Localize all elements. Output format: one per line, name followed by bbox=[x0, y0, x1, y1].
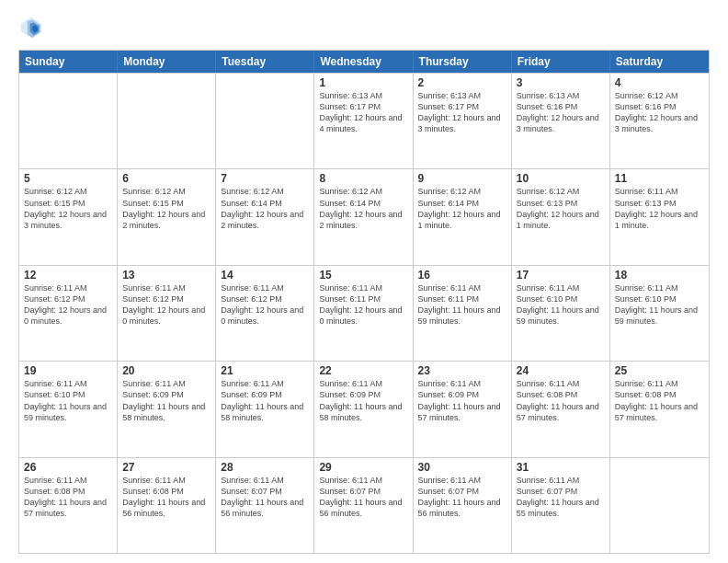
day-info: Sunrise: 6:11 AM Sunset: 6:07 PM Dayligh… bbox=[517, 475, 605, 520]
day-info: Sunrise: 6:11 AM Sunset: 6:07 PM Dayligh… bbox=[319, 475, 407, 520]
day-info: Sunrise: 6:11 AM Sunset: 6:09 PM Dayligh… bbox=[319, 378, 407, 423]
day-number: 4 bbox=[615, 76, 704, 89]
day-number: 2 bbox=[418, 76, 506, 89]
day-info: Sunrise: 6:13 AM Sunset: 6:16 PM Dayligh… bbox=[517, 90, 605, 135]
calendar-header: SundayMondayTuesdayWednesdayThursdayFrid… bbox=[19, 51, 709, 73]
day-info: Sunrise: 6:11 AM Sunset: 6:11 PM Dayligh… bbox=[319, 282, 407, 327]
day-number: 28 bbox=[221, 461, 309, 474]
day-number: 11 bbox=[615, 172, 704, 185]
header-day-friday: Friday bbox=[512, 51, 610, 73]
day-info: Sunrise: 6:11 AM Sunset: 6:09 PM Dayligh… bbox=[221, 378, 309, 423]
day-info: Sunrise: 6:13 AM Sunset: 6:17 PM Dayligh… bbox=[418, 90, 506, 135]
day-info: Sunrise: 6:13 AM Sunset: 6:17 PM Dayligh… bbox=[319, 90, 407, 135]
calendar-cell-4: 4Sunrise: 6:12 AM Sunset: 6:16 PM Daylig… bbox=[610, 74, 709, 168]
day-number: 26 bbox=[24, 461, 112, 474]
day-number: 23 bbox=[418, 364, 506, 377]
day-info: Sunrise: 6:11 AM Sunset: 6:08 PM Dayligh… bbox=[122, 475, 210, 520]
day-number: 18 bbox=[615, 269, 704, 282]
day-info: Sunrise: 6:11 AM Sunset: 6:08 PM Dayligh… bbox=[615, 378, 704, 423]
calendar-cell-28: 28Sunrise: 6:11 AM Sunset: 6:07 PM Dayli… bbox=[216, 458, 314, 553]
day-info: Sunrise: 6:11 AM Sunset: 6:07 PM Dayligh… bbox=[221, 475, 309, 520]
header-day-tuesday: Tuesday bbox=[216, 51, 314, 73]
calendar-cell-12: 12Sunrise: 6:11 AM Sunset: 6:12 PM Dayli… bbox=[19, 266, 118, 361]
day-number: 24 bbox=[517, 364, 605, 377]
day-number: 9 bbox=[418, 172, 506, 185]
day-info: Sunrise: 6:11 AM Sunset: 6:08 PM Dayligh… bbox=[24, 475, 112, 520]
header-day-thursday: Thursday bbox=[414, 51, 512, 73]
calendar-cell-3: 3Sunrise: 6:13 AM Sunset: 6:16 PM Daylig… bbox=[512, 74, 610, 168]
calendar-cell-empty-0-1 bbox=[118, 74, 216, 168]
day-info: Sunrise: 6:11 AM Sunset: 6:09 PM Dayligh… bbox=[418, 378, 506, 423]
day-info: Sunrise: 6:12 AM Sunset: 6:14 PM Dayligh… bbox=[418, 186, 506, 231]
calendar-cell-15: 15Sunrise: 6:11 AM Sunset: 6:11 PM Dayli… bbox=[314, 266, 413, 361]
page: SundayMondayTuesdayWednesdayThursdayFrid… bbox=[0, 0, 728, 563]
calendar-cell-18: 18Sunrise: 6:11 AM Sunset: 6:10 PM Dayli… bbox=[610, 266, 709, 361]
day-info: Sunrise: 6:11 AM Sunset: 6:10 PM Dayligh… bbox=[615, 282, 704, 327]
calendar-cell-5: 5Sunrise: 6:12 AM Sunset: 6:15 PM Daylig… bbox=[19, 169, 118, 264]
calendar-cell-17: 17Sunrise: 6:11 AM Sunset: 6:10 PM Dayli… bbox=[512, 266, 610, 361]
day-info: Sunrise: 6:11 AM Sunset: 6:12 PM Dayligh… bbox=[24, 282, 112, 327]
calendar-cell-22: 22Sunrise: 6:11 AM Sunset: 6:09 PM Dayli… bbox=[314, 362, 413, 456]
day-number: 15 bbox=[319, 269, 407, 282]
calendar-cell-1: 1Sunrise: 6:13 AM Sunset: 6:17 PM Daylig… bbox=[314, 74, 413, 168]
calendar-cell-2: 2Sunrise: 6:13 AM Sunset: 6:17 PM Daylig… bbox=[414, 74, 512, 168]
day-info: Sunrise: 6:11 AM Sunset: 6:11 PM Dayligh… bbox=[418, 282, 506, 327]
day-info: Sunrise: 6:11 AM Sunset: 6:09 PM Dayligh… bbox=[122, 378, 210, 423]
calendar-cell-16: 16Sunrise: 6:11 AM Sunset: 6:11 PM Dayli… bbox=[414, 266, 512, 361]
day-info: Sunrise: 6:11 AM Sunset: 6:07 PM Dayligh… bbox=[418, 475, 506, 520]
day-info: Sunrise: 6:12 AM Sunset: 6:15 PM Dayligh… bbox=[24, 186, 112, 231]
day-info: Sunrise: 6:12 AM Sunset: 6:14 PM Dayligh… bbox=[221, 186, 309, 231]
calendar-cell-6: 6Sunrise: 6:12 AM Sunset: 6:15 PM Daylig… bbox=[118, 169, 216, 264]
calendar-cell-empty-0-2 bbox=[216, 74, 314, 168]
logo bbox=[18, 15, 48, 40]
day-number: 21 bbox=[221, 364, 309, 377]
day-number: 14 bbox=[221, 269, 309, 282]
day-info: Sunrise: 6:11 AM Sunset: 6:10 PM Dayligh… bbox=[517, 282, 605, 327]
header bbox=[18, 15, 710, 40]
day-info: Sunrise: 6:11 AM Sunset: 6:13 PM Dayligh… bbox=[615, 186, 704, 231]
day-info: Sunrise: 6:12 AM Sunset: 6:15 PM Dayligh… bbox=[122, 186, 210, 231]
calendar-cell-11: 11Sunrise: 6:11 AM Sunset: 6:13 PM Dayli… bbox=[610, 169, 709, 264]
day-info: Sunrise: 6:11 AM Sunset: 6:08 PM Dayligh… bbox=[517, 378, 605, 423]
calendar-row-4: 26Sunrise: 6:11 AM Sunset: 6:08 PM Dayli… bbox=[19, 457, 709, 553]
day-number: 30 bbox=[418, 461, 506, 474]
calendar-cell-14: 14Sunrise: 6:11 AM Sunset: 6:12 PM Dayli… bbox=[216, 266, 314, 361]
day-info: Sunrise: 6:12 AM Sunset: 6:16 PM Dayligh… bbox=[615, 90, 704, 135]
calendar-cell-empty-4-6 bbox=[610, 458, 709, 553]
calendar-cell-24: 24Sunrise: 6:11 AM Sunset: 6:08 PM Dayli… bbox=[512, 362, 610, 456]
day-number: 1 bbox=[319, 76, 407, 89]
day-number: 25 bbox=[615, 364, 704, 377]
calendar: SundayMondayTuesdayWednesdayThursdayFrid… bbox=[18, 50, 710, 554]
calendar-cell-31: 31Sunrise: 6:11 AM Sunset: 6:07 PM Dayli… bbox=[512, 458, 610, 553]
calendar-row-0: 1Sunrise: 6:13 AM Sunset: 6:17 PM Daylig… bbox=[19, 73, 709, 168]
day-info: Sunrise: 6:12 AM Sunset: 6:13 PM Dayligh… bbox=[517, 186, 605, 231]
calendar-cell-19: 19Sunrise: 6:11 AM Sunset: 6:10 PM Dayli… bbox=[19, 362, 118, 456]
calendar-row-3: 19Sunrise: 6:11 AM Sunset: 6:10 PM Dayli… bbox=[19, 361, 709, 456]
day-number: 27 bbox=[122, 461, 210, 474]
calendar-cell-26: 26Sunrise: 6:11 AM Sunset: 6:08 PM Dayli… bbox=[19, 458, 118, 553]
calendar-cell-21: 21Sunrise: 6:11 AM Sunset: 6:09 PM Dayli… bbox=[216, 362, 314, 456]
logo-icon bbox=[18, 15, 44, 40]
day-info: Sunrise: 6:12 AM Sunset: 6:14 PM Dayligh… bbox=[319, 186, 407, 231]
header-day-saturday: Saturday bbox=[610, 51, 709, 73]
calendar-cell-7: 7Sunrise: 6:12 AM Sunset: 6:14 PM Daylig… bbox=[216, 169, 314, 264]
day-number: 6 bbox=[122, 172, 210, 185]
day-number: 7 bbox=[221, 172, 309, 185]
calendar-body: 1Sunrise: 6:13 AM Sunset: 6:17 PM Daylig… bbox=[19, 73, 709, 553]
day-number: 20 bbox=[122, 364, 210, 377]
day-number: 31 bbox=[517, 461, 605, 474]
day-number: 3 bbox=[517, 76, 605, 89]
day-number: 13 bbox=[122, 269, 210, 282]
calendar-cell-10: 10Sunrise: 6:12 AM Sunset: 6:13 PM Dayli… bbox=[512, 169, 610, 264]
calendar-cell-13: 13Sunrise: 6:11 AM Sunset: 6:12 PM Dayli… bbox=[118, 266, 216, 361]
day-number: 19 bbox=[24, 364, 112, 377]
calendar-cell-8: 8Sunrise: 6:12 AM Sunset: 6:14 PM Daylig… bbox=[314, 169, 413, 264]
day-info: Sunrise: 6:11 AM Sunset: 6:10 PM Dayligh… bbox=[24, 378, 112, 423]
day-number: 17 bbox=[517, 269, 605, 282]
calendar-row-1: 5Sunrise: 6:12 AM Sunset: 6:15 PM Daylig… bbox=[19, 168, 709, 264]
calendar-cell-empty-0-0 bbox=[19, 74, 118, 168]
day-number: 29 bbox=[319, 461, 407, 474]
day-number: 5 bbox=[24, 172, 112, 185]
day-info: Sunrise: 6:11 AM Sunset: 6:12 PM Dayligh… bbox=[221, 282, 309, 327]
calendar-cell-27: 27Sunrise: 6:11 AM Sunset: 6:08 PM Dayli… bbox=[118, 458, 216, 553]
